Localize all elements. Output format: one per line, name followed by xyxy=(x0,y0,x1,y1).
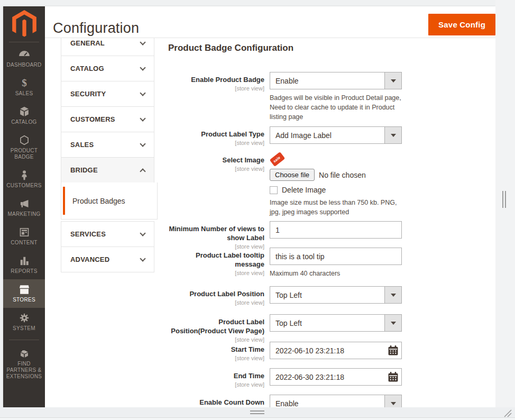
caret-down-icon xyxy=(391,79,396,83)
choose-file-button[interactable]: Choose file xyxy=(270,169,315,181)
chevron-down-icon xyxy=(140,230,145,236)
sale-tag-icon: sale xyxy=(270,152,286,167)
sidebar-item-catalog[interactable]: CATALOG xyxy=(3,102,45,130)
field-row-min-views: Minimum Number of views to show Label[st… xyxy=(168,221,402,250)
select-dropdown-button[interactable] xyxy=(384,72,401,89)
select-dropdown-button[interactable] xyxy=(384,127,401,143)
field-row-tooltip-message: Product Label tooltip message[store view… xyxy=(168,248,402,278)
chevron-down-icon xyxy=(140,115,145,121)
horizontal-resize-handle[interactable] xyxy=(250,410,264,414)
field-row-label-position: Product Label Position[store view] Top L… xyxy=(168,286,402,306)
file-status-text: No file chosen xyxy=(319,171,366,179)
bottom-edge xyxy=(0,417,515,420)
magento-logo-icon[interactable] xyxy=(3,6,45,42)
product-label-type-select[interactable]: Add Image Label xyxy=(270,126,402,144)
dollar-icon: $ xyxy=(4,78,44,88)
field-row-end-time: End Time[store view] xyxy=(168,368,402,388)
select-dropdown-button[interactable] xyxy=(384,395,401,407)
enable-count-down-select[interactable]: Enable xyxy=(270,395,402,407)
sidebar-item-content[interactable]: CONTENT xyxy=(3,222,45,251)
dashboard-icon xyxy=(4,49,44,60)
label-position-view-page-select[interactable]: Top Left xyxy=(270,314,402,332)
label-position-select[interactable]: Top Left xyxy=(270,286,402,304)
storefront-icon xyxy=(4,284,44,295)
caret-down-icon xyxy=(391,322,396,325)
end-time-calendar-button[interactable] xyxy=(388,371,399,382)
sidebar-item-find-partners[interactable]: FIND PARTNERS & EXTENSIONS xyxy=(3,343,45,385)
enable-product-badge-select[interactable]: Enable xyxy=(270,72,402,89)
calendar-icon xyxy=(388,345,399,356)
start-time-calendar-button[interactable] xyxy=(388,345,399,356)
chevron-up-icon xyxy=(140,168,145,174)
sidebar-item-customers[interactable]: CUSTOMERS xyxy=(3,165,45,194)
min-views-input[interactable] xyxy=(270,221,402,239)
vertical-resize-handle[interactable] xyxy=(502,191,506,208)
chevron-down-icon xyxy=(140,39,145,45)
person-icon xyxy=(4,170,44,180)
config-section-bridge[interactable]: BRIDGE xyxy=(61,157,154,183)
hexagon-icon xyxy=(4,135,44,145)
field-row-enable-product-badge: Enable Product Badge[store view] Enable … xyxy=(168,72,402,122)
section-title: Product Badge Configuration xyxy=(168,43,293,53)
admin-sidebar: DASHBOARD $ SALES CATALOG PRODUCT BADGE … xyxy=(3,6,45,407)
caret-down-icon xyxy=(391,294,396,297)
field-row-product-label-type: Product Label Type[store view] Add Image… xyxy=(168,126,402,146)
config-section-security[interactable]: SECURITY xyxy=(61,81,154,107)
box-icon xyxy=(4,106,44,117)
config-section-services[interactable]: SERVICES xyxy=(61,221,154,247)
field-row-select-image: Select Image[store view] sale Choose fil… xyxy=(168,152,402,217)
badge-preview-image: sale xyxy=(271,153,287,167)
admin-window: DASHBOARD $ SALES CATALOG PRODUCT BADGE … xyxy=(3,6,495,407)
caret-down-icon xyxy=(391,402,396,405)
config-section-customers[interactable]: CUSTOMERS xyxy=(61,106,154,132)
field-row-label-position-view-page: Product Label Position(Product View Page… xyxy=(168,314,402,343)
sidebar-item-system[interactable]: SYSTEM xyxy=(3,308,45,336)
config-section-menu: GENERAL CATALOG SECURITY CUSTOMERS SALES… xyxy=(61,38,154,272)
config-subsection-panel: Product Badges xyxy=(61,182,158,220)
sidebar-item-marketing[interactable]: MARKETING xyxy=(3,194,45,222)
field-note: Badges will be visible in Product Detail… xyxy=(270,93,402,122)
sidebar-item-dashboard[interactable]: DASHBOARD xyxy=(3,44,45,73)
tooltip-message-input[interactable] xyxy=(270,248,402,265)
config-section-general[interactable]: GENERAL xyxy=(61,38,154,56)
field-note: Image size must be less than 750 kb. PNG… xyxy=(270,198,402,217)
sidebar-item-sales[interactable]: $ SALES xyxy=(3,73,45,102)
field-row-start-time: Start Time[store view] xyxy=(168,342,402,361)
field-row-enable-count-down: Enable Count Down[store view] Enable xyxy=(168,395,402,407)
calendar-icon xyxy=(388,371,399,382)
config-form: Product Badge Configuration Enable Produ… xyxy=(168,38,495,407)
sidebar-item-reports[interactable]: REPORTS xyxy=(3,251,45,279)
corner-resize-grip[interactable] xyxy=(502,408,513,418)
page-header: Configuration Save Config xyxy=(45,6,495,38)
config-item-product-badges[interactable]: Product Badges xyxy=(63,187,157,215)
sidebar-item-stores[interactable]: STORES xyxy=(3,279,45,308)
select-dropdown-button[interactable] xyxy=(384,287,401,303)
start-time-input[interactable] xyxy=(270,342,402,359)
bar-chart-icon xyxy=(4,255,44,266)
layout-icon xyxy=(4,227,44,238)
chevron-down-icon xyxy=(140,141,145,147)
config-section-sales[interactable]: SALES xyxy=(61,132,154,158)
save-config-button[interactable]: Save Config xyxy=(428,14,495,35)
bottom-gutter xyxy=(0,407,515,417)
delete-image-checkbox[interactable] xyxy=(270,186,278,194)
field-note: Maximum 40 characters xyxy=(270,269,402,278)
chevron-down-icon xyxy=(140,90,145,96)
config-section-catalog[interactable]: CATALOG xyxy=(61,56,154,81)
sidebar-divider xyxy=(9,340,39,340)
config-section-advanced[interactable]: ADVANCED xyxy=(61,246,154,272)
caret-down-icon xyxy=(391,134,396,137)
chevron-down-icon xyxy=(140,255,145,261)
select-dropdown-button[interactable] xyxy=(384,315,401,331)
right-gutter xyxy=(495,0,515,407)
extension-brick-icon xyxy=(4,348,44,359)
megaphone-icon xyxy=(4,198,44,209)
sidebar-divider xyxy=(9,42,39,42)
end-time-input[interactable] xyxy=(270,368,402,386)
sidebar-item-product-badge[interactable]: PRODUCT BADGE xyxy=(3,130,45,165)
chevron-down-icon xyxy=(140,65,145,70)
gear-icon xyxy=(4,313,44,323)
content-area: GENERAL CATALOG SECURITY CUSTOMERS SALES… xyxy=(45,38,495,407)
svg-text:$: $ xyxy=(22,78,27,88)
delete-image-label: Delete Image xyxy=(282,186,326,194)
